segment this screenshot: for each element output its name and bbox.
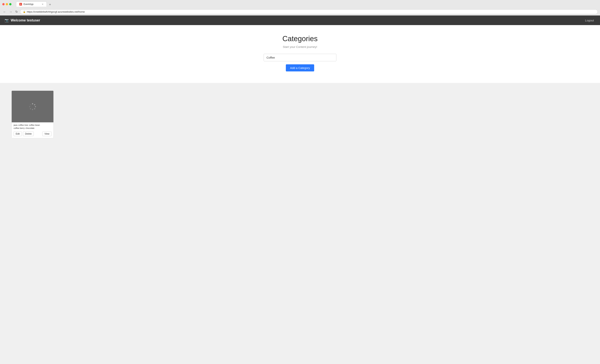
spinner-dot [30, 108, 31, 109]
add-category-button[interactable]: Add a Category [286, 64, 314, 71]
tab-title: EventApp [24, 3, 40, 6]
loading-spinner [29, 103, 36, 111]
lock-icon: 🔒 [23, 10, 26, 13]
forward-button[interactable]: → [9, 10, 13, 14]
tag: coffee tree [18, 124, 28, 126]
traffic-lights [2, 3, 11, 5]
tag: java [14, 124, 18, 126]
tab-favicon: A [19, 3, 22, 6]
bottom-section: java coffee tree coffee bean coffee berr… [0, 83, 600, 156]
page-title: Categories [4, 35, 596, 43]
close-button[interactable] [2, 3, 5, 5]
delete-button[interactable]: Delete [23, 131, 34, 136]
tag: coffee berry [14, 127, 25, 129]
active-tab[interactable]: A EventApp ✕ [16, 1, 47, 7]
top-section: Categories Start your Content journey! A… [0, 25, 600, 83]
spinner-dot [34, 104, 35, 105]
cards-grid: java coffee tree coffee bean coffee berr… [11, 91, 589, 138]
spinner-dot [35, 106, 36, 107]
logout-button[interactable]: Logout [583, 18, 595, 23]
minimize-button[interactable] [6, 3, 8, 5]
view-button[interactable]: View [42, 131, 51, 136]
card-actions: Edit Delete View [12, 131, 53, 138]
maximize-button[interactable] [9, 3, 11, 5]
address-bar[interactable]: 🔒 https://crwebbrbwfchhgocgf.azurewebsit… [20, 9, 598, 14]
url-text: https://crwebbrbwfchhgocgf.azurewebsites… [27, 10, 85, 13]
tag: chocolate [26, 127, 35, 129]
spinner-dot [32, 103, 33, 104]
spinner-dot [30, 104, 31, 105]
category-input[interactable] [264, 54, 336, 61]
spinner-dot [34, 108, 35, 109]
tag: coffee bean [29, 124, 40, 126]
spinner-dot [29, 106, 30, 107]
spinner-dot [32, 109, 33, 110]
new-tab-button[interactable]: + [48, 3, 52, 7]
navbar-title: Welcome testuser [11, 18, 40, 22]
reload-button[interactable]: ↻ [15, 9, 19, 14]
category-form: Add a Category [4, 54, 596, 71]
back-button[interactable]: ← [2, 10, 7, 14]
tab-close-icon[interactable]: ✕ [42, 3, 43, 6]
address-bar-row: ← → ↻ 🔒 https://crwebbrbwfchhgocgf.azure… [2, 8, 598, 15]
app-navbar: 📷 Welcome testuser Logout [0, 16, 600, 25]
card-tags: java coffee tree coffee bean coffee berr… [12, 122, 53, 131]
browser-chrome: A EventApp ✕ + ← → ↻ 🔒 https://crwebbrbw… [0, 0, 600, 16]
page-subtitle: Start your Content journey! [4, 45, 596, 48]
card-actions-left: Edit Delete [14, 131, 34, 136]
category-card: java coffee tree coffee bean coffee berr… [11, 91, 54, 138]
tab-bar: A EventApp ✕ + [16, 1, 52, 7]
card-image [12, 91, 53, 122]
edit-button[interactable]: Edit [14, 131, 22, 136]
camera-icon: 📷 [5, 18, 9, 22]
navbar-brand: 📷 Welcome testuser [5, 18, 40, 22]
